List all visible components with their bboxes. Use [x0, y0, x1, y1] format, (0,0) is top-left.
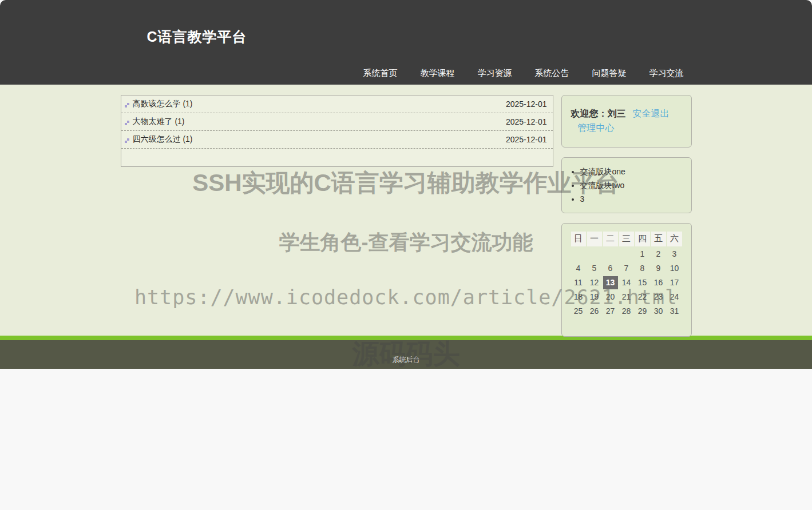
calendar-day[interactable]: 22 — [635, 290, 650, 304]
calendar-day[interactable]: 25 — [571, 305, 586, 318]
calendar-day[interactable]: 19 — [587, 290, 602, 304]
content-area: 高数该怎么学 (1) 2025-12-01 大物太难了 (1) 2025-12-… — [121, 85, 692, 346]
weekday-label: 三 — [619, 232, 634, 246]
topic-title[interactable]: 高数该怎么学 (1) — [133, 99, 506, 109]
topic-bullet-icon — [125, 138, 129, 143]
calendar: 日 一 二 三 四 五 六 — [570, 230, 683, 319]
calendar-day[interactable]: 12 — [587, 276, 602, 289]
nav-item-announcements[interactable]: 系统公告 — [535, 68, 569, 79]
footer-admin-link[interactable]: 系统后台 — [393, 355, 420, 365]
weekday-label: 日 — [571, 232, 586, 246]
sidebar: 欢迎您：刘三安全退出管理中心 交流版块one 交流版块two 3 日 一 二 — [561, 95, 692, 346]
topic-row[interactable]: 大物太难了 (1) 2025-12-01 — [121, 113, 553, 131]
calendar-day[interactable]: 24 — [667, 290, 682, 304]
calendar-day[interactable]: 31 — [667, 305, 682, 318]
calendar-day-selected[interactable]: 13 — [603, 276, 618, 289]
header: C语言教学平台 系统首页 教学课程 学习资源 系统公告 问题答疑 学习交流 — [0, 0, 812, 85]
calendar-day[interactable]: 5 — [587, 262, 602, 275]
calendar-day[interactable]: 15 — [635, 276, 650, 289]
calendar-week: 4 5 6 7 8 9 10 — [571, 262, 682, 275]
calendar-day-empty — [587, 248, 602, 261]
nav-item-courses[interactable]: 教学课程 — [421, 68, 455, 79]
topic-title[interactable]: 大物太难了 (1) — [133, 117, 506, 127]
welcome-greeting: 欢迎您：刘三 — [571, 109, 626, 118]
calendar-day[interactable]: 3 — [667, 248, 682, 261]
calendar-day[interactable]: 18 — [571, 290, 586, 304]
admin-center-link[interactable]: 管理中心 — [578, 123, 615, 133]
page-bottom — [0, 369, 812, 510]
calendar-week: 1 2 3 — [571, 248, 682, 261]
page-title: C语言教学平台 — [147, 27, 247, 46]
sections-panel: 交流版块one 交流版块two 3 — [561, 157, 692, 213]
calendar-day[interactable]: 10 — [667, 262, 682, 275]
calendar-day[interactable]: 4 — [571, 262, 586, 275]
topic-row-empty — [121, 149, 553, 166]
calendar-day[interactable]: 20 — [603, 290, 618, 304]
nav-item-resources[interactable]: 学习资源 — [478, 68, 512, 79]
calendar-day[interactable]: 28 — [619, 305, 634, 318]
section-item[interactable]: 3 — [580, 192, 687, 206]
weekday-label: 二 — [603, 232, 618, 246]
logout-link[interactable]: 安全退出 — [633, 109, 670, 118]
topic-date: 2025-12-01 — [506, 117, 547, 126]
calendar-day[interactable]: 16 — [651, 276, 666, 289]
welcome-panel: 欢迎您：刘三安全退出管理中心 — [561, 95, 692, 148]
calendar-day[interactable]: 11 — [571, 276, 586, 289]
nav-item-exchange[interactable]: 学习交流 — [649, 68, 684, 79]
weekday-label: 一 — [587, 232, 602, 246]
calendar-weekday-row: 日 一 二 三 四 五 六 — [571, 232, 682, 246]
calendar-week: 25 26 27 28 29 30 31 — [571, 305, 682, 318]
calendar-day[interactable]: 1 — [635, 248, 650, 261]
calendar-day[interactable]: 6 — [603, 262, 618, 275]
calendar-day[interactable]: 17 — [667, 276, 682, 289]
calendar-day[interactable]: 23 — [651, 290, 666, 304]
topic-title[interactable]: 四六级怎么过 (1) — [133, 134, 506, 145]
section-list: 交流版块one 交流版块two 3 — [562, 165, 687, 206]
weekday-label: 六 — [667, 232, 682, 246]
topic-bullet-icon — [125, 121, 129, 125]
topic-bullet-icon — [125, 103, 129, 107]
calendar-day[interactable]: 26 — [587, 305, 602, 318]
calendar-day[interactable]: 7 — [619, 262, 634, 275]
topic-date: 2025-12-01 — [506, 99, 547, 109]
topic-date: 2025-12-01 — [506, 135, 547, 144]
calendar-day[interactable]: 21 — [619, 290, 634, 304]
nav-item-qa[interactable]: 问题答疑 — [592, 68, 627, 79]
calendar-day[interactable]: 29 — [635, 305, 650, 318]
calendar-week: 11 12 13 14 15 16 17 — [571, 276, 682, 289]
calendar-day[interactable]: 2 — [651, 248, 666, 261]
calendar-day-empty — [619, 248, 634, 261]
header-inner: C语言教学平台 系统首页 教学课程 学习资源 系统公告 问题答疑 学习交流 — [121, 0, 692, 85]
calendar-day[interactable]: 27 — [603, 305, 618, 318]
calendar-day[interactable]: 8 — [635, 262, 650, 275]
main-content: 高数该怎么学 (1) 2025-12-01 大物太难了 (1) 2025-12-… — [0, 85, 812, 336]
main-nav: 系统首页 教学课程 学习资源 系统公告 问题答疑 学习交流 — [340, 68, 684, 79]
weekday-label: 五 — [651, 232, 666, 246]
calendar-day-empty — [603, 248, 618, 261]
calendar-panel: 日 一 二 三 四 五 六 — [561, 223, 692, 337]
calendar-day[interactable]: 14 — [619, 276, 634, 289]
topic-list: 高数该怎么学 (1) 2025-12-01 大物太难了 (1) 2025-12-… — [121, 95, 553, 167]
calendar-day[interactable]: 9 — [651, 262, 666, 275]
calendar-day-empty — [571, 248, 586, 261]
section-item[interactable]: 交流版块one — [580, 165, 687, 178]
topic-row[interactable]: 高数该怎么学 (1) 2025-12-01 — [121, 95, 553, 113]
topic-row[interactable]: 四六级怎么过 (1) 2025-12-01 — [121, 131, 553, 149]
section-item[interactable]: 交流版块two — [580, 178, 687, 192]
calendar-week: 18 19 20 21 22 23 24 — [571, 290, 682, 304]
nav-item-home[interactable]: 系统首页 — [363, 68, 398, 79]
weekday-label: 四 — [635, 232, 650, 246]
calendar-day[interactable]: 30 — [651, 305, 666, 318]
